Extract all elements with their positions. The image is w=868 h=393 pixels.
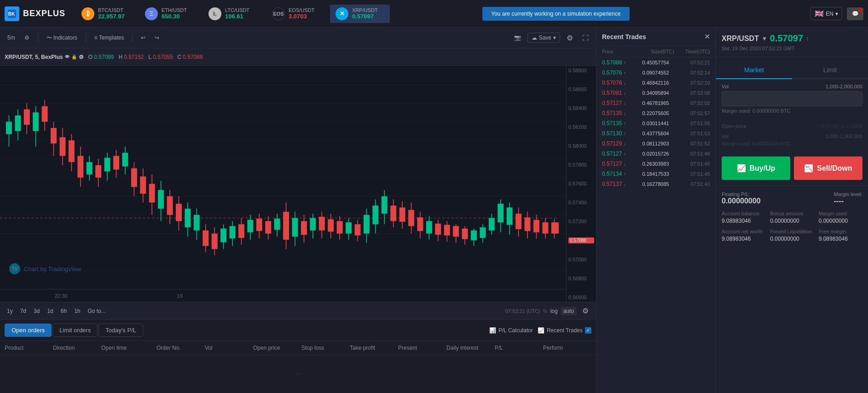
trade-time: 07:51:46 — [683, 161, 710, 167]
indicators-button[interactable]: 〜 Indicators — [44, 32, 80, 44]
pl-calculator-button[interactable]: 📊 P/L Calculator — [489, 327, 533, 334]
chart-area[interactable]: 0.58800 0.58600 0.58400 0.58200 0.58000 … — [0, 66, 596, 302]
timeframe-6h[interactable]: 6h — [58, 307, 69, 315]
ticker-ltc[interactable]: Ł LTC/USDT 106.61 — [203, 5, 263, 23]
price-level-8: 0.57400 — [568, 200, 594, 205]
eth-icon: Ξ — [145, 7, 158, 20]
open-orders-tab[interactable]: Open orders — [5, 324, 52, 337]
recent-trades-close[interactable]: ✕ — [704, 32, 710, 41]
chart-settings-button[interactable]: ⚙ — [564, 32, 576, 44]
trade-direction-arrow: ↓ — [624, 111, 626, 116]
screenshot-button[interactable]: 📷 — [511, 33, 524, 43]
floating-pl: Floating P/L: 0.00000000 — [722, 191, 761, 205]
svg-rect-61 — [203, 231, 208, 246]
simulation-banner: You are currently working on a simulatio… — [482, 7, 630, 21]
ltc-price: 106.61 — [225, 13, 249, 20]
timeframe-1d[interactable]: 1d — [45, 307, 55, 315]
svg-rect-105 — [399, 208, 405, 222]
trade-price: 0.57127 ↓ — [602, 100, 642, 106]
trade-size: 0.18417533 — [642, 171, 683, 177]
svg-rect-51 — [158, 190, 164, 209]
svg-rect-27 — [51, 128, 57, 144]
pair-dropdown-arrow[interactable]: ▼ — [762, 35, 767, 42]
svg-rect-2 — [0, 66, 596, 302]
svg-rect-39 — [104, 158, 110, 172]
trade-size: 0.34095894 — [642, 90, 683, 96]
trade-direction-arrow: ↑ — [624, 131, 626, 136]
limit-order-tab[interactable]: Limit — [792, 62, 868, 79]
language-button[interactable]: 🇬🇧 EN ▾ — [810, 7, 842, 20]
sell-down-button[interactable]: 📉 Sell/Down — [794, 156, 862, 180]
auto-button[interactable]: auto — [561, 307, 577, 315]
margin-level-value: ---- — [834, 197, 862, 205]
xrp-price: 0.57097 — [352, 13, 378, 20]
xrp-pair: XRP/USDT — [352, 7, 378, 13]
header-right: 🇬🇧 EN ▾ 💬 — [810, 7, 863, 20]
percentage-label: % — [543, 308, 548, 314]
trade-size: 0.16278085 — [642, 181, 683, 187]
indicators-settings-icon[interactable]: ⚙ — [22, 33, 32, 43]
account-balance-value: 9.08983046 — [722, 218, 765, 224]
timeframe-1h[interactable]: 1h — [72, 307, 82, 315]
timeframe-7d[interactable]: 7d — [18, 307, 29, 315]
bonus-label: Bonus amount: — [770, 211, 814, 216]
orders-empty-state: — — [0, 355, 596, 392]
trading-top: XRP/USDT ▼ 0.57097 ↑ Sat, 19 Dec 2020 07… — [716, 28, 868, 57]
undo-button[interactable]: ↩ — [138, 33, 148, 43]
col-openprice: Open price — [253, 345, 301, 351]
orders-panel: Open orders Limit orders Today's P/L 📊 P… — [0, 319, 596, 393]
recent-trades-checkbox[interactable]: ✓ — [585, 327, 591, 334]
limit-orders-tab[interactable]: Limit orders — [52, 324, 98, 337]
svg-rect-53 — [167, 196, 173, 215]
col-dailyinterest: Daily interest — [446, 345, 495, 351]
templates-button[interactable]: ≡ Templates — [92, 33, 127, 43]
trade-time: 07:52:21 — [683, 60, 710, 65]
col-size-header: Size(BTC) — [642, 49, 683, 54]
goto-button[interactable]: Go to... — [85, 307, 108, 315]
ohlc-open: O 0.57099 — [88, 54, 114, 60]
trade-time: 07:51:45 — [683, 171, 710, 177]
todays-pnl-tab[interactable]: Today's P/L — [98, 324, 143, 337]
floating-pl-label: Floating P/L: — [722, 191, 761, 197]
redo-button[interactable]: ↪ — [152, 33, 162, 43]
log-button[interactable]: log — [550, 308, 558, 314]
forced-liq-value: 0.00000000 — [770, 236, 814, 242]
trading-panel: XRP/USDT ▼ 0.57097 ↑ Sat, 19 Dec 2020 07… — [716, 28, 868, 393]
svg-rect-127 — [498, 204, 503, 223]
vol-input[interactable] — [722, 91, 862, 106]
timeframe-3d[interactable]: 3d — [31, 307, 42, 315]
buy-up-button[interactable]: 📈 Buy/Up — [722, 156, 790, 180]
ticker-eos[interactable]: EOS EOS/USDT 3.0703 — [266, 5, 326, 23]
settings-icon[interactable]: ⚙ — [79, 54, 84, 60]
free-margin: Free margin: 9.08983046 — [819, 229, 862, 242]
logo-text: BEXPLUS — [23, 9, 65, 18]
market-order-tab[interactable]: Market — [716, 62, 792, 79]
bottom-settings-button[interactable]: ⚙ — [579, 305, 591, 317]
timestamp-label: 07:52:21 (UTC) — [505, 308, 540, 314]
ticker-eth[interactable]: Ξ ETH/USDT 650.30 — [139, 5, 199, 23]
trade-size: 0.45057754 — [642, 60, 683, 65]
lang-label: EN — [826, 11, 833, 17]
timeframe-1y[interactable]: 1y — [5, 307, 15, 315]
trade-time: 07:51:52 — [683, 141, 710, 146]
recent-trades-toggle[interactable]: 📈 Recent Trades ✓ — [538, 327, 591, 334]
trades-icon: 📈 — [538, 327, 544, 334]
ticker-btc[interactable]: ₿ BTC/USDT 22,957.97 — [76, 5, 136, 23]
trade-row: 0.57130 ↑ 0.43775604 07:51:53 — [596, 128, 716, 139]
vol-label: Vol 1,000-2,000,000 — [722, 84, 862, 89]
time-label-1: 22:30 — [55, 293, 68, 299]
bonus-value: 0.00000000 — [770, 218, 814, 224]
svg-rect-119 — [462, 229, 468, 239]
svg-rect-59 — [194, 215, 200, 231]
logo-icon: BK — [5, 6, 19, 21]
fullscreen-button[interactable]: ⛶ — [579, 32, 591, 43]
margin-level-label: Margin level: — [834, 191, 862, 197]
ticker-xrp[interactable]: ✕ XRP/USDT 0.57097 — [330, 5, 390, 23]
svg-rect-65 — [220, 229, 226, 243]
chat-button[interactable]: 💬 — [847, 7, 863, 20]
svg-rect-55 — [176, 204, 182, 221]
timeframe-button[interactable]: 5m — [5, 33, 18, 43]
trade-direction-arrow: ↓ — [624, 182, 626, 187]
tradingview-watermark: TV Chart by TradingView — [9, 263, 81, 274]
save-button[interactable]: ☁ Save ▾ — [527, 33, 560, 43]
